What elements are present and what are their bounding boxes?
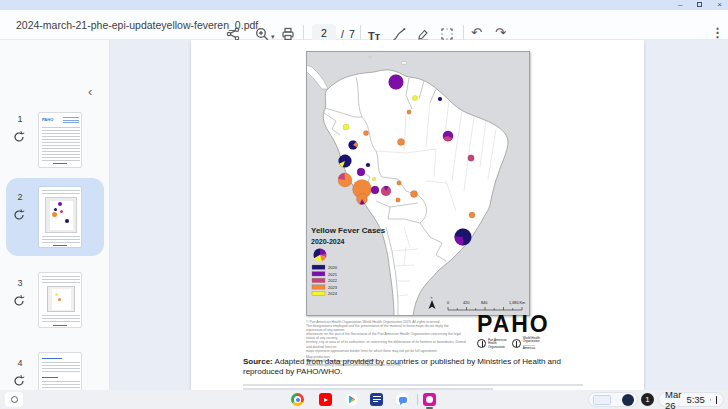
attribution-line: The designations employed and the presen… <box>306 324 466 332</box>
map-legend-title: Yellow Fever Cases <box>311 226 386 235</box>
case-bubble <box>363 130 368 135</box>
page-number-label: 3 <box>14 278 26 288</box>
rotate-page-icon[interactable] <box>12 130 26 144</box>
launcher-button[interactable] <box>5 392 23 407</box>
legend-swatch-2022 <box>312 278 325 282</box>
attribution-line: whatsoever on the part of the Secretaria… <box>306 332 466 340</box>
thumb-link-line <box>53 245 67 246</box>
form-select-icon[interactable] <box>440 27 454 41</box>
redo-icon[interactable]: ↷ <box>495 26 506 40</box>
shelf-divider <box>417 394 418 405</box>
rotate-page-icon[interactable] <box>12 208 26 222</box>
case-bubble <box>343 124 349 130</box>
status-tray[interactable]: Mar 26 5:35 <box>658 392 724 407</box>
battery-icon <box>716 396 717 404</box>
active-app-indicator <box>426 407 433 409</box>
thumb-paho-brand: PAHO <box>42 117 53 122</box>
paho-logo: PAHO Pan American Health Organization Wo… <box>477 313 569 351</box>
source-text: Adapted from data provided by countries … <box>243 357 561 376</box>
cutoff-text-line <box>243 384 583 386</box>
scale-tick-420: 420 <box>463 301 469 305</box>
paho-seal-text: Pan American Health Organization <box>488 339 507 349</box>
restore-button[interactable] <box>697 0 702 10</box>
map-island <box>369 56 372 58</box>
case-bubble <box>397 138 404 145</box>
more-menu-icon[interactable]: ⋮ <box>711 26 724 40</box>
paho-logo-text: PAHO <box>477 313 569 335</box>
case-bubble <box>469 212 475 218</box>
thumb-link-line <box>53 325 67 326</box>
window-controls: – × <box>678 0 722 10</box>
map-island <box>401 62 407 65</box>
thumb-text-lines <box>42 362 80 374</box>
thumb-text-lines <box>42 127 80 161</box>
thumb-heading-line <box>42 377 58 378</box>
share-icon[interactable] <box>226 27 240 41</box>
chat-app-icon[interactable] <box>396 393 409 406</box>
case-bubble <box>366 163 370 167</box>
chrome-app-icon[interactable] <box>291 393 304 406</box>
who-seal: World Health Organization ────── America… <box>512 337 540 351</box>
scale-tick-0: 0 <box>447 301 449 305</box>
play-store-app-icon[interactable] <box>345 393 358 406</box>
notification-badge[interactable]: 1 <box>641 393 654 406</box>
undo-icon[interactable]: ↶ <box>471 26 482 40</box>
thumb-text-lines <box>42 236 80 244</box>
youtube-app-icon[interactable] <box>319 393 332 406</box>
case-bubble <box>372 177 376 181</box>
gallery-app-icon-active[interactable] <box>423 393 436 406</box>
document-viewport[interactable]: Yellow Fever Cases 2020-2024 20202021202… <box>110 40 728 390</box>
pdf-toolbar: 2024-march-21-phe-epi-updateyellow-fever… <box>0 10 728 40</box>
map-legend-subtitle: 2020-2024 <box>311 238 345 245</box>
legend-year-label: 2022 <box>328 278 338 283</box>
page-thumbnail-1[interactable]: PAHO <box>38 112 82 168</box>
legend-year-label: 2021 <box>328 272 338 277</box>
legend-year-label: 2024 <box>328 291 338 296</box>
legend-year-label: 2023 <box>328 285 338 290</box>
highlighter-icon[interactable] <box>416 27 430 41</box>
thumb-text-lines <box>42 190 80 195</box>
thumbnail-sidebar: ‹ 1 PAHO 2 <box>0 40 110 390</box>
document-filename: 2024-march-21-phe-epi-updateyellow-fever… <box>16 19 258 31</box>
paho-seal: Pan American Health Organization <box>477 339 507 349</box>
sidebar-collapse-icon[interactable]: ‹ <box>88 84 92 99</box>
thumb-text-lines <box>42 276 80 284</box>
thumb-text-lines <box>42 315 80 323</box>
print-icon[interactable] <box>281 27 295 41</box>
shelf-time: 5:35 <box>686 394 705 405</box>
scale-tick-840: 840 <box>481 301 487 305</box>
preview-thumbnail <box>593 395 611 405</box>
close-button[interactable]: × <box>717 0 722 10</box>
thumb-header-lines <box>63 117 79 123</box>
draw-pen-icon[interactable] <box>392 27 406 41</box>
page-separator: / <box>341 28 344 40</box>
case-bubble <box>357 168 365 176</box>
legend-swatch-2023 <box>312 285 325 289</box>
attribution-line: maps represent approximate border lines … <box>306 349 466 353</box>
case-bubble <box>412 95 417 100</box>
minimize-button[interactable]: – <box>678 0 682 10</box>
case-bubble <box>396 198 401 203</box>
window-titlebar[interactable]: – × <box>0 0 728 10</box>
case-bubble <box>438 97 442 101</box>
rotate-page-icon[interactable] <box>12 294 26 308</box>
source-label: Source: <box>243 357 273 366</box>
page-thumbnail-2-selected[interactable] <box>38 186 82 248</box>
case-bubble <box>389 75 404 90</box>
case-bubble <box>468 155 474 161</box>
launcher-icon <box>11 396 18 403</box>
chromeos-shelf: 1 Mar 26 5:35 <box>0 390 728 409</box>
screen-capture-preview[interactable] <box>588 392 638 407</box>
paho-seal-icon <box>477 339 486 348</box>
south-america-map: Yellow Fever Cases 2020-2024 20202021202… <box>306 51 530 316</box>
blue-document-app-icon[interactable] <box>370 393 383 406</box>
source-caption: Source: Adapted from data provided by co… <box>243 357 595 377</box>
page-thumbnail-3[interactable] <box>38 272 82 328</box>
who-seal-icon <box>512 339 521 348</box>
rotate-page-icon[interactable] <box>12 374 26 388</box>
legend-swatch-2024 <box>312 291 325 295</box>
page-number-label: 1 <box>14 114 26 124</box>
zoom-icon[interactable] <box>255 27 269 41</box>
case-bubble <box>407 110 411 114</box>
legend-year-label: 2020 <box>328 265 338 270</box>
